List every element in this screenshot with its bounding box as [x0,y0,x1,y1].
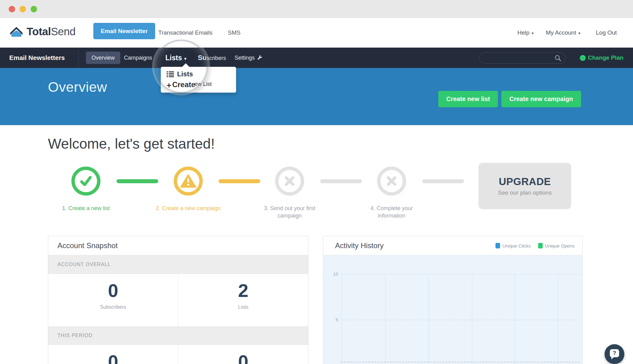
plus-icon: + [167,81,171,89]
navbar-search [479,52,566,64]
logo-mountain-icon [9,26,23,37]
step-2-label: 2. Create a new campaign [148,205,228,212]
account-overall-stats: 0 Subscribers 2 Lists [48,274,308,326]
step-connector-3 [320,179,362,183]
step-connector-2 [219,179,260,183]
nav-item-campaigns[interactable]: Campaigns [124,48,152,68]
activity-history-panel: Activity History Unique Clicks Unique Op… [323,236,583,364]
activity-chart: 10 5 [323,255,582,364]
this-period-stats: 0 0 [48,345,308,364]
step-3-label: 3. Send out your first campaign [259,205,321,220]
navbar-divider [78,48,79,68]
lists-label: Lists [178,304,308,310]
step-1-label: 1. Create a new list [46,205,126,212]
nav-item-settings[interactable]: Settings [235,48,262,68]
gridline-x1 [385,274,386,364]
y-axis-line [341,274,342,364]
window-maximize-button[interactable] [31,6,37,12]
step-1-circle [71,167,100,196]
settings-label: Settings [235,55,255,61]
unique-clicks-swatch [495,243,500,248]
upgrade-title: UPGRADE [499,176,551,188]
upgrade-card[interactable]: UPGRADE See our plan options [478,163,571,209]
list-icon [167,71,174,77]
gridline-x5 [558,274,558,364]
app-header: TotalSend Email Newsletter Transactional… [0,18,633,48]
totalsend-dashboard: TotalSend Email Newsletter Transactional… [0,0,633,364]
y-axis-tick-10: 10 [330,271,338,277]
logo-text-bold: Total [27,25,51,38]
unique-clicks-label: Unique Clicks [502,243,531,248]
caret-down-icon: ▾ [532,31,534,36]
navbar-brand: Email Newsletters [9,48,65,68]
nav-lists-label: Lists [165,54,182,62]
period-value-1: 0 [48,351,178,364]
create-new-list-button[interactable]: Create new list [438,91,498,107]
my-account-menu[interactable]: My Account▾ [546,18,580,48]
create-new-campaign-button[interactable]: Create new campaign [501,91,581,107]
stat-lists: 2 Lists [178,274,308,326]
step-2-circle [174,167,203,196]
nav-item-subscribers[interactable]: Suscribers [198,48,226,68]
x-axis-line [341,362,580,362]
chart-legend: Unique Clicks Unique Opens [495,236,575,255]
create-label-tail: ew List [194,81,212,87]
account-snapshot-title: Account Snapshot [57,236,118,255]
period-stat-1: 0 [48,345,178,364]
totalsend-logo[interactable]: TotalSend [9,25,75,38]
page-header-hero: Overview Create new list Create new camp… [0,68,633,125]
arrow-up-circle-icon: ↑ [580,55,586,61]
dropdown-lists-label: Lists [177,70,193,78]
x-icon [385,175,398,187]
help-label: Help [517,29,529,36]
lists-count: 2 [178,280,308,301]
dropdown-item-create-new-list[interactable]: + Create ew List [161,79,236,92]
gridline-x4 [515,274,515,364]
change-plan-label: Change Plan [588,48,623,68]
subscribers-label-tail: scribers [206,55,226,61]
change-plan-link[interactable]: ↑Change Plan [580,48,623,68]
help-chat-button[interactable]: ? [605,344,624,364]
gridline-y10 [341,274,580,274]
dropdown-item-lists[interactable]: Lists [161,67,236,79]
page-title: Overview [48,79,107,95]
warning-icon [180,174,196,188]
section-header-account-overall: ACCOUNT OVERALL [48,255,308,274]
subscribers-count: 0 [48,280,178,301]
logo-text-light: Send [51,25,76,38]
welcome-heading: Welcome, let's get started! [48,135,215,152]
upgrade-subtitle: See our plan options [498,189,552,196]
question-mark-icon: ? [610,349,619,357]
section-navbar: Email Newsletters Overview Campaigns Lis… [0,48,633,68]
gridline-x3 [472,274,472,364]
step-connector-4 [422,179,464,183]
tab-transactional-emails[interactable]: Transactional Emails [158,18,213,48]
check-icon [79,174,93,188]
lists-dropdown-menu: Lists + Create ew List [161,67,236,93]
search-icon[interactable] [554,54,562,62]
tab-sms[interactable]: SMS [228,18,240,48]
tab-email-newsletter[interactable]: Email Newsletter [93,23,155,39]
window-titlebar [0,0,633,18]
unique-opens-swatch [538,243,543,248]
account-snapshot-header: Account Snapshot [48,236,308,255]
nav-item-lists[interactable]: Lists▾ [165,48,186,68]
y-axis-tick-5: 5 [330,317,338,322]
stat-subscribers: 0 Subscribers [48,274,178,326]
x-icon [283,175,296,187]
caret-down-icon: ▾ [578,31,580,36]
subscribers-label-zoomed: Su [198,54,206,61]
log-out-link[interactable]: Log Out [596,18,617,48]
search-input[interactable] [479,55,554,61]
nav-item-overview[interactable]: Overview [86,52,120,64]
window-minimize-button[interactable] [19,6,26,12]
create-label-zoomed: Create [172,81,195,89]
wrench-icon [257,55,262,60]
step-4-label: 4. Complete your information [365,205,418,220]
account-snapshot-panel: Account Snapshot ACCOUNT OVERALL 0 Subsc… [48,236,308,364]
activity-history-header: Activity History Unique Clicks Unique Op… [323,236,582,255]
gridline-y5 [341,320,580,320]
help-menu[interactable]: Help▾ [517,18,534,48]
gridline-x2 [429,274,429,364]
window-close-button[interactable] [9,6,15,12]
